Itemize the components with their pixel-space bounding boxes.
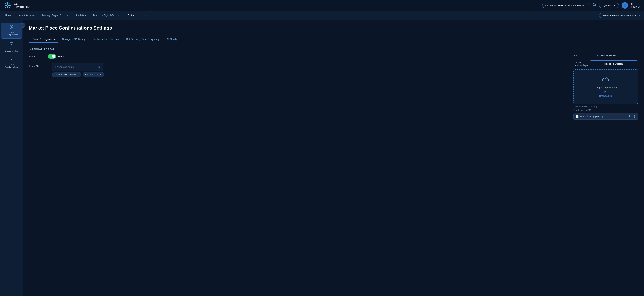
main-content: Market Place Configurations Settings Por… <box>23 20 644 296</box>
toggle-wrapper: Enabled <box>48 54 66 58</box>
uploaded-file-row: 📄 default-landing-page.zip ⬇ 🗑 <box>573 113 638 120</box>
logo-area: DAC SERVICE HUB <box>4 2 32 9</box>
version-badge: Version: Pre-Prod-2.0.0-SNAPSHOT <box>599 13 640 18</box>
subscription-chevron-icon: ▼ <box>585 4 587 6</box>
page-tabs: Portal Configuration Configure API Ratin… <box>29 36 638 43</box>
tab-configure-api-rating[interactable]: Configure API Rating <box>58 36 89 43</box>
status-field: Status Enabled <box>29 54 562 58</box>
nav-home[interactable]: Home <box>4 11 12 20</box>
nav-manage-digital-content[interactable]: Manage Digital Content <box>42 11 69 20</box>
nav-administration[interactable]: Administration <box>18 11 36 20</box>
upload-label-row: Upload Landing Page Reset To Custom <box>573 60 638 67</box>
nav-settings[interactable]: Settings <box>127 11 138 20</box>
tab-portal-configuration[interactable]: Portal Configuration <box>29 36 58 43</box>
chevron-left-icon: ‹ <box>23 24 24 26</box>
sidebar-item-sso-configurations[interactable]: SSOConfigurations <box>1 55 22 71</box>
notification-icon[interactable] <box>592 3 596 8</box>
sidebar-item-portal-configurations[interactable]: PortalConfigurations <box>1 23 22 38</box>
sidebar-item-ui-customisation-label: UICustomisation <box>5 47 18 53</box>
browse-file-link[interactable]: Browse File <box>599 95 612 97</box>
group-name-input[interactable]: Enter group name ⊕ <box>52 63 103 71</box>
svg-point-16 <box>11 58 12 60</box>
sso-configurations-icon <box>10 57 14 62</box>
group-name-placeholder: Enter group name <box>55 66 74 68</box>
svg-point-1 <box>6 4 9 6</box>
app-body: ‹ PortalConfigurations UICustomisation S… <box>0 20 644 296</box>
nav-links: Home Administration Manage Digital Conte… <box>4 11 150 20</box>
top-right-area: SILVER_YEARLY_SUBSCRIPTION ▼ DigitalAPIC… <box>542 2 640 9</box>
left-column: Status Enabled Group Name Enter group n <box>29 54 562 81</box>
upload-landing-page-label: Upload Landing Page <box>573 61 590 67</box>
portal-config-icon <box>10 25 14 30</box>
tab-ai-affinity[interactable]: AI Affinity <box>163 36 181 43</box>
api-craft-badge[interactable]: DigitalAPICraft <box>599 3 619 8</box>
top-bar: DAC SERVICE HUB SILVER_YEARLY_SUBSCRIPTI… <box>0 0 644 11</box>
sidebar-toggle-button[interactable]: ‹ <box>21 23 26 28</box>
group-name-row: Group Name Enter group name ⊕ APIMANGER_… <box>29 63 562 77</box>
logo-text: DAC SERVICE HUB <box>12 3 32 8</box>
svg-rect-8 <box>12 25 13 27</box>
user-info: Hi Noel Vas <box>631 2 640 8</box>
role-row: Role INTERNAL USER <box>573 54 638 57</box>
tag-apimanger-admin[interactable]: APIMANGER_ADMIN ✕ <box>52 72 81 77</box>
sidebar-item-portal-configs-label: PortalConfigurations <box>5 31 18 36</box>
tab-set-gateway-type-frequency[interactable]: Set Gateway Type Frequency <box>122 36 163 43</box>
file-doc-icon: 📄 <box>576 115 579 118</box>
svg-rect-12 <box>10 42 13 44</box>
subscription-badge[interactable]: SILVER_YEARLY_SUBSCRIPTION ▼ <box>542 3 590 8</box>
uploaded-file-name: default-landing-page.zip <box>580 115 626 118</box>
status-label: Status <box>29 55 45 58</box>
tag-remove-random-user[interactable]: ✕ <box>100 73 102 76</box>
dac-logo-icon <box>4 2 11 9</box>
right-column: Role INTERNAL USER Upload Landing Page R… <box>573 54 638 120</box>
svg-rect-6 <box>546 5 548 6</box>
sidebar-item-ui-customisation[interactable]: UICustomisation <box>1 39 22 55</box>
dropzone-or: OR <box>604 90 608 93</box>
nav-analytics[interactable]: Analytics <box>75 11 86 20</box>
delete-file-button[interactable]: 🗑 <box>633 115 636 118</box>
upload-cloud-icon <box>602 76 610 84</box>
main-nav: Home Administration Manage Digital Conte… <box>0 11 644 20</box>
upload-section: Upload Landing Page Reset To Custom Drag… <box>573 60 638 120</box>
sidebar-item-sso-configs-label: SSOConfigurations <box>5 63 18 69</box>
group-name-section: Group Name Enter group name ⊕ APIMANGER_… <box>29 63 562 77</box>
tag-random-user[interactable]: Random User ✕ <box>83 72 104 77</box>
status-value: Enabled <box>58 55 66 58</box>
svg-rect-9 <box>10 27 11 28</box>
svg-line-11 <box>12 28 13 29</box>
tags-row: APIMANGER_ADMIN ✕ Random User ✕ <box>52 72 104 77</box>
subscription-icon <box>545 4 548 7</box>
content-columns: Status Enabled Group Name Enter group n <box>29 54 638 120</box>
nav-help[interactable]: Help <box>143 11 150 20</box>
group-name-label: Group Name <box>29 63 45 67</box>
file-info-size: Max file size: 10 MB <box>573 109 638 111</box>
status-toggle[interactable] <box>48 54 56 58</box>
input-arrow-icon: ⊕ <box>97 65 100 69</box>
ui-customisation-icon <box>10 41 14 46</box>
internal-portal-section-title: INTERNAL PORTAL <box>29 48 638 51</box>
file-info-type: Accepted file type: .zip only <box>573 106 638 108</box>
role-value: INTERNAL USER <box>597 54 616 57</box>
nav-discover-digital-content[interactable]: Discover Digital Content <box>92 11 121 20</box>
tab-set-meta-data-schema[interactable]: Set Meta-Data Schema <box>89 36 123 43</box>
group-name-input-area: Enter group name ⊕ APIMANGER_ADMIN ✕ Ran… <box>52 63 104 77</box>
user-avatar[interactable]: 👤 <box>622 2 628 9</box>
drop-zone[interactable]: Drag & Drop file here OR Browse File <box>573 69 638 104</box>
page-title: Market Place Configurations Settings <box>29 25 638 31</box>
dropzone-text: Drag & Drop file here <box>595 86 617 89</box>
download-file-button[interactable]: ⬇ <box>628 115 631 118</box>
role-label: Role <box>573 54 590 57</box>
sidebar: ‹ PortalConfigurations UICustomisation S… <box>0 20 23 296</box>
svg-rect-7 <box>10 25 11 27</box>
tag-remove-apimanger[interactable]: ✕ <box>77 73 79 76</box>
reset-to-custom-button[interactable]: Reset To Custom <box>590 60 638 67</box>
status-row: Status Enabled <box>29 54 562 58</box>
